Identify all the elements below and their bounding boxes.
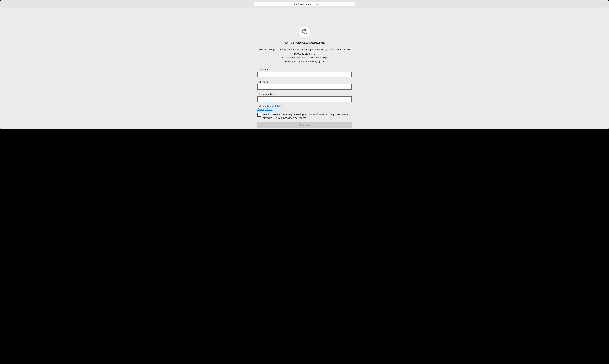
description-line-1: Receive coupons and get notified of upco… [257, 48, 352, 56]
url-text: http://www.contoso.com [293, 3, 318, 5]
description-line-2: Text STOP to opt-out, text HELP for help… [257, 56, 352, 60]
page-title: Join Contoso Rewards [284, 41, 325, 45]
logo-container [299, 26, 310, 37]
first-name-label: First name [257, 68, 352, 71]
window-dot-1[interactable] [599, 3, 601, 5]
first-name-group: First name [257, 68, 352, 77]
contoso-logo-icon [301, 29, 308, 35]
phone-group: Phone number [257, 93, 352, 102]
description-line-3: Message and data rates may apply. [257, 60, 352, 64]
consent-checkbox[interactable] [257, 113, 261, 117]
signup-button[interactable]: Sign up [257, 122, 352, 128]
last-name-input[interactable] [257, 84, 352, 90]
lock-icon [291, 3, 292, 5]
window-dot-3[interactable] [604, 3, 606, 5]
consent-row: Yes, I consent to receiving marketing te… [257, 113, 352, 120]
phone-input[interactable] [257, 96, 352, 102]
phone-label: Phone number [257, 93, 352, 96]
terms-link[interactable]: Terms and Conditions [257, 104, 282, 107]
privacy-link[interactable]: Privacy Policy [257, 108, 273, 111]
last-name-group: Last name [257, 80, 352, 90]
window-dot-2[interactable] [601, 3, 603, 5]
legal-links: Terms and Conditions Privacy Policy [257, 104, 352, 111]
last-name-label: Last name [257, 80, 352, 83]
window-controls [599, 3, 606, 5]
url-bar[interactable]: http://www.contoso.com [253, 2, 356, 6]
consent-text: Yes, I consent to receiving marketing te… [263, 113, 352, 120]
first-name-input[interactable] [257, 72, 352, 77]
page-content: Join Contoso Rewards Receive coupons and… [0, 8, 609, 129]
browser-chrome: http://www.contoso.com [0, 0, 609, 8]
page-description: Receive coupons and get notified of upco… [257, 48, 352, 64]
signup-form: First name Last name Phone number Terms … [257, 68, 352, 128]
svg-rect-0 [291, 4, 292, 5]
browser-window: http://www.contoso.com Join Contoso Rewa… [0, 0, 609, 129]
